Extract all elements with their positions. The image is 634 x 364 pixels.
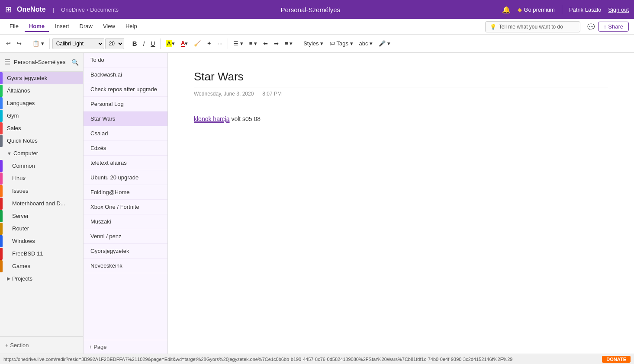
sidebar-item-games[interactable]: Games (0, 260, 83, 272)
highlight-button[interactable]: A ▾ (163, 38, 177, 48)
expand-icon: ▼ (7, 151, 12, 156)
donate-button[interactable]: DONATE (602, 356, 631, 363)
more-button[interactable]: ··· (215, 38, 225, 48)
dictate-button[interactable]: 🎤 ▾ (376, 38, 393, 48)
chat-icon[interactable]: 💬 (587, 23, 595, 30)
waffle-icon[interactable]: ⊞ (5, 5, 12, 14)
eraser-button[interactable]: 🧹 (191, 38, 203, 48)
page-item-star-wars[interactable]: Star Wars (84, 112, 167, 126)
menu-home[interactable]: Home (25, 21, 49, 32)
status-url: https://onedrive.live.com/redir?resid=3B… (3, 357, 512, 362)
hamburger-icon[interactable]: ☰ (4, 58, 10, 66)
sidebar-item-issues[interactable]: Issues (0, 185, 83, 197)
font-color-button[interactable]: A ▾ (178, 38, 190, 49)
indent-button[interactable]: ➡ (271, 38, 281, 48)
username: Patrik Laszlo (569, 6, 601, 13)
sidebar-item-freebsd[interactable]: FreeBSD 11 (0, 247, 83, 260)
font-size-selector[interactable]: 20 (105, 38, 124, 49)
breadcrumb-cloud[interactable]: OneDrive (61, 6, 85, 13)
sidebar-item-gym[interactable]: Gym (0, 109, 83, 122)
note-time: 8:07 PM (262, 91, 282, 97)
page-item-backwash[interactable]: Backwash.ai (84, 67, 167, 82)
sidebar-search-icon[interactable]: 🔍 (71, 59, 79, 66)
pages-list: To do Backwash.ai Check repos after upgr… (84, 53, 167, 340)
page-item-personal-log[interactable]: Personal Log (84, 97, 167, 112)
redo-button[interactable]: ↪ (14, 38, 24, 48)
note-title: Star Wars (194, 70, 608, 87)
note-body[interactable]: klonok harcja volt s05 08 (194, 114, 608, 124)
outdent-button[interactable]: ⬅ (261, 38, 270, 48)
note-content-suffix: volt s05 08 (231, 115, 261, 122)
section-label: Computer (13, 150, 38, 156)
page-item-muszaki[interactable]: Muszaki (84, 214, 167, 229)
page-item-todo[interactable]: To do (84, 53, 167, 67)
clipboard-button[interactable]: 📋 ▾ (30, 38, 47, 48)
content-area[interactable]: Star Wars Wednesday, June 3, 2020 8:07 P… (168, 53, 634, 354)
sidebar-item-quick-notes[interactable]: Quick Notes (0, 134, 83, 147)
page-item-xbox[interactable]: Xbox One / Fortnite (84, 200, 167, 214)
bold-button[interactable]: B (130, 38, 140, 49)
page-item-nevecskei[interactable]: Nevecskéink (84, 259, 167, 273)
sidebar-item-server[interactable]: Server (0, 210, 83, 222)
align-button[interactable]: ≡ ▾ (282, 38, 295, 48)
menu-help[interactable]: Help (121, 21, 142, 32)
page-item-teletext[interactable]: teletext alairas (84, 156, 167, 170)
sidebar-item-windows[interactable]: Windows (0, 235, 83, 247)
main-layout: ☰ Personal-Személyes 🔍 Gyors jegyzetek Á… (0, 53, 634, 354)
ask-box[interactable]: 💡 Tell me what you want to do (485, 21, 580, 32)
section-label: Projects (12, 275, 32, 282)
sidebar-sections: Gyors jegyzetek Általános Languages Gym … (0, 72, 83, 336)
font-selector[interactable]: Calibri Light (52, 38, 104, 49)
undo-button[interactable]: ↩ (3, 38, 13, 48)
title-divider (562, 5, 562, 14)
tags-button[interactable]: 🏷 Tags ▾ (327, 38, 355, 48)
sidebar-item-languages[interactable]: Languages (0, 97, 83, 109)
menu-view[interactable]: View (99, 21, 119, 32)
section-label: Windows (12, 238, 35, 244)
breadcrumb: OneDrive › Documents (61, 6, 119, 13)
sidebar-item-altalanos[interactable]: Általános (0, 84, 83, 97)
add-page-button[interactable]: + Page (89, 344, 162, 350)
page-item-gyorsjegyzetek[interactable]: Gyorsjegyzetek (84, 244, 167, 259)
menu-draw[interactable]: Draw (75, 21, 97, 32)
bell-icon[interactable]: 🔔 (502, 6, 511, 14)
add-section-button[interactable]: + Section (5, 340, 78, 350)
underline-button[interactable]: U (148, 38, 158, 49)
page-item-venni[interactable]: Venni / penz (84, 229, 167, 244)
breadcrumb-folder[interactable]: Documents (90, 6, 119, 13)
section-label: Common (12, 163, 35, 169)
sidebar-item-router[interactable]: Router (0, 222, 83, 235)
numbering-button[interactable]: ≡ ▾ (247, 38, 260, 48)
page-item-csalad[interactable]: Csalad (84, 126, 167, 141)
app-name: OneNote (17, 6, 46, 13)
bullets-button[interactable]: ☰ ▾ (231, 38, 246, 48)
sidebar-item-sales[interactable]: Sales (0, 122, 83, 134)
signout-link[interactable]: Sign out (608, 6, 629, 13)
sidebar-item-gyors-jegyzetek[interactable]: Gyors jegyzetek (0, 72, 83, 84)
note-meta: Wednesday, June 3, 2020 8:07 PM (194, 91, 608, 97)
expand-icon: ▶ (7, 276, 10, 281)
note-link[interactable]: klonok harcja (194, 115, 230, 122)
section-label: Quick Notes (7, 137, 38, 144)
section-label: Router (12, 225, 29, 232)
menu-file[interactable]: File (5, 21, 23, 32)
sidebar-item-linux[interactable]: Linux (0, 172, 83, 185)
format-painter-button[interactable]: ✦ (204, 38, 214, 48)
menu-insert[interactable]: Insert (51, 21, 74, 32)
page-item-ubuntu[interactable]: Ubuntu 20 upgrade (84, 170, 167, 185)
sidebar-item-computer[interactable]: ▼ Computer (0, 147, 83, 160)
page-item-edzes[interactable]: Edzés (84, 141, 167, 156)
share-button[interactable]: ↑ Share (598, 22, 629, 32)
sidebar-item-motherboard[interactable]: Moterhboard and D... (0, 197, 83, 210)
pages-footer: + Page (84, 340, 167, 354)
page-item-check-repos[interactable]: Check repos after upgrade (84, 82, 167, 97)
sidebar-item-projects[interactable]: ▶ Projects (0, 272, 83, 285)
page-item-folding[interactable]: Folding@Home (84, 185, 167, 200)
spell-button[interactable]: abc ▾ (357, 38, 376, 48)
sidebar-item-common[interactable]: Common (0, 160, 83, 172)
premium-button[interactable]: ◆ Go premium (518, 6, 555, 13)
share-label: Share (608, 23, 623, 30)
styles-button[interactable]: Styles ▾ (301, 38, 326, 48)
premium-label: Go premium (524, 6, 555, 13)
italic-button[interactable]: I (140, 38, 147, 49)
